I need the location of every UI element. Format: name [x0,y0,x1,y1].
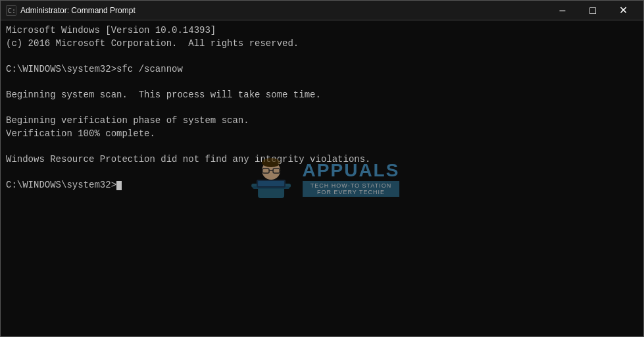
cursor-blink [116,181,122,190]
console-line: Beginning verification phase of system s… [6,115,638,128]
svg-text:C:: C: [8,7,16,14]
svg-point-4 [262,158,280,167]
watermark-text: APPUALS TECH HOW-TO STATIONFOR EVERY TEC… [303,160,400,197]
close-button[interactable]: ✕ [608,1,638,20]
window-title: Administrator: Command Prompt [20,6,543,15]
window-controls: – □ ✕ [547,1,638,20]
console-line: Beginning system scan. This process will… [6,89,638,102]
svg-rect-12 [258,181,284,186]
console-line [6,76,638,89]
cmd-icon: C: [6,5,16,16]
command-prompt-window: C: Administrator: Command Prompt – □ ✕ M… [0,0,644,337]
watermark-brand: APPUALS [303,160,400,181]
console-line: (c) 2016 Microsoft Corporation. All righ… [6,38,638,51]
maximize-button[interactable]: □ [578,1,608,20]
console-line: Verification 100% complete. [6,128,638,141]
title-bar: C: Administrator: Command Prompt – □ ✕ [1,1,643,20]
watermark-figure [245,152,297,205]
console-line: C:\WINDOWS\system32>sfc /scannow [6,63,638,76]
console-area[interactable]: Microsoft Windows [Version 10.0.14393](c… [1,20,643,336]
console-line: Microsoft Windows [Version 10.0.14393] [6,24,638,38]
console-line [6,50,638,63]
watermark: APPUALS TECH HOW-TO STATIONFOR EVERY TEC… [245,152,400,205]
console-line [6,102,638,115]
console-line [6,140,638,153]
watermark-subtitle: TECH HOW-TO STATIONFOR EVERY TECHIE [303,181,400,197]
minimize-button[interactable]: – [547,1,578,20]
